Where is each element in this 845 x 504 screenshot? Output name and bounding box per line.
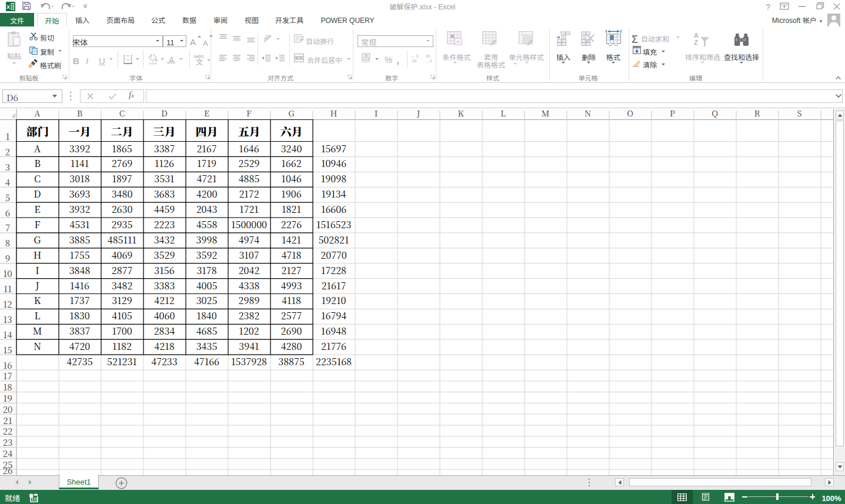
svg-text:2630: 2630 [112,202,133,216]
svg-text:4531: 4531 [69,218,89,231]
svg-text:21617: 21617 [322,279,346,292]
svg-text:H: H [34,248,42,262]
svg-text:1141: 1141 [71,156,89,170]
svg-text:4338: 4338 [239,279,260,292]
svg-text:M: M [33,324,42,338]
svg-text:Q: Q [712,109,718,119]
svg-text:C: C [119,109,125,119]
svg-text:3941: 3941 [239,339,259,353]
svg-text:3693: 3693 [69,187,91,201]
svg-text:1416: 1416 [70,279,89,292]
svg-text:3107: 3107 [239,248,259,262]
svg-text:≠: ≠ [457,39,460,45]
svg-text:F: F [246,109,252,119]
svg-text:E: E [34,202,40,216]
svg-text:4885: 4885 [239,172,260,185]
svg-text:3480: 3480 [112,187,133,201]
svg-text:47233: 47233 [151,355,177,368]
svg-text:4974: 4974 [239,233,260,246]
svg-text:3129: 3129 [112,293,132,307]
svg-text:2769: 2769 [112,156,133,170]
svg-text:E: E [204,109,209,119]
svg-text:3932: 3932 [69,202,91,216]
svg-text:1046: 1046 [281,172,301,185]
svg-text:1737: 1737 [69,293,89,307]
svg-text:502821: 502821 [318,233,349,246]
svg-text:2877: 2877 [112,263,132,277]
svg-text:B: B [77,109,82,119]
svg-text:2167: 2167 [196,142,216,155]
svg-text:1719: 1719 [197,156,216,170]
svg-text:I: I [35,263,39,277]
svg-text:47166: 47166 [194,355,219,368]
svg-text:4280: 4280 [281,339,302,353]
svg-text:4: 4 [5,176,11,188]
svg-text:1182: 1182 [112,339,132,353]
svg-text:.00: .00 [425,54,430,58]
svg-text:3529: 3529 [154,248,175,262]
svg-text:五月: 五月 [238,123,260,139]
svg-text:2223: 2223 [154,218,175,231]
svg-text:4721: 4721 [196,172,216,185]
svg-text:4105: 4105 [112,309,132,322]
svg-text:5: 5 [5,191,10,203]
svg-text:3482: 3482 [112,279,133,292]
svg-text:4218: 4218 [154,339,174,353]
svg-text:2276: 2276 [281,218,302,231]
svg-text:4069: 4069 [112,248,133,262]
svg-text:16948: 16948 [321,324,346,338]
svg-text:B: B [34,156,41,170]
svg-text:Z: Z [694,39,698,46]
svg-text:3392: 3392 [69,142,91,155]
svg-text:3432: 3432 [154,233,175,246]
svg-text:7: 7 [5,221,10,233]
svg-text:?: ? [766,2,770,12]
svg-text:6: 6 [5,206,10,219]
svg-text:H: H [330,109,338,119]
svg-text:15697: 15697 [321,142,346,155]
svg-text:13: 13 [3,313,12,325]
svg-text:O: O [627,109,633,119]
svg-text:485111: 485111 [108,233,136,246]
svg-text:4005: 4005 [196,279,218,292]
svg-text:4993: 4993 [281,279,302,292]
svg-text:C: C [34,172,41,185]
svg-text:17228: 17228 [321,263,346,277]
svg-text:4200: 4200 [196,187,218,201]
svg-text:.00: .00 [411,59,417,63]
svg-text:1537928: 1537928 [231,355,267,368]
svg-text:六月: 六月 [280,123,302,139]
svg-text:3683: 3683 [154,187,175,201]
svg-text:部门: 部门 [26,123,48,139]
svg-text:2172: 2172 [239,187,259,201]
svg-text:1662: 1662 [281,156,301,170]
svg-text:10: 10 [3,267,12,279]
svg-text:2235168: 2235168 [316,355,352,368]
svg-text:P: P [670,109,675,119]
svg-text:3435: 3435 [196,339,218,353]
svg-text:1821: 1821 [282,202,301,216]
svg-text:3848: 3848 [69,263,91,277]
svg-text:16606: 16606 [321,202,346,216]
svg-text:8: 8 [5,236,10,249]
svg-text:F: F [34,218,40,231]
svg-text:→.0: →.0 [425,59,432,63]
svg-text:2: 2 [5,145,10,158]
svg-text:A: A [34,109,40,119]
svg-text:2935: 2935 [112,218,133,231]
svg-text:2834: 2834 [154,324,175,338]
svg-text:2690: 2690 [281,324,302,338]
svg-text:D: D [161,109,168,119]
svg-text:2042: 2042 [239,263,260,277]
svg-text:1421: 1421 [282,233,301,246]
svg-text:4118: 4118 [282,293,301,307]
svg-text:3837: 3837 [69,324,91,338]
svg-text:1202: 1202 [239,324,259,338]
svg-text:4212: 4212 [154,293,174,307]
svg-text:G: G [34,233,41,246]
svg-text:42735: 42735 [66,355,93,368]
svg-text:19210: 19210 [322,293,346,307]
svg-text:N: N [34,339,41,353]
svg-text:K: K [34,293,41,307]
svg-text:11: 11 [4,282,12,295]
